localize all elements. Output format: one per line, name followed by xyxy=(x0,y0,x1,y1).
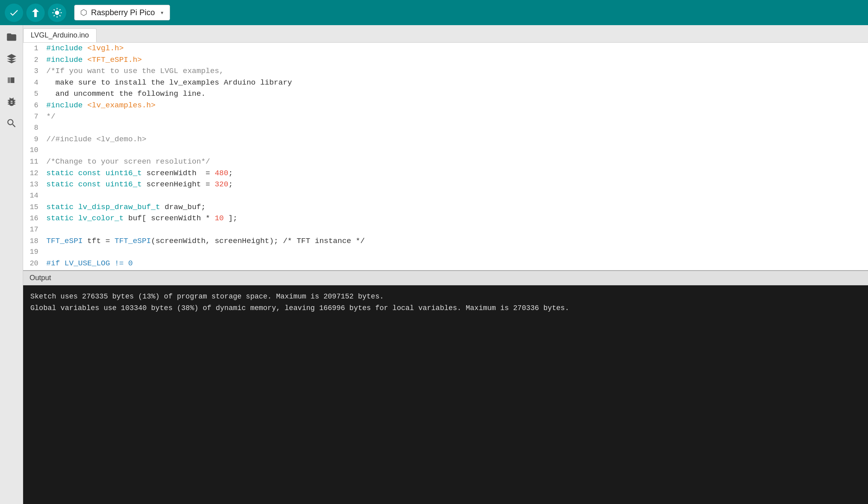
output-label: Output xyxy=(30,274,51,282)
line-number: 11 xyxy=(23,156,44,167)
code-line-19: 19 xyxy=(23,247,868,258)
code-line-3: 3/*If you want to use the LVGL examples, xyxy=(23,65,868,77)
line-content[interactable]: //#include <lv_demo.h> xyxy=(44,134,868,145)
output-line: Sketch uses 276335 bytes (13%) of progra… xyxy=(30,291,861,302)
code-line-6: 6#include <lv_examples.h> xyxy=(23,100,868,111)
code-line-1: 1#include <lvgl.h> xyxy=(23,43,868,54)
line-content[interactable]: /*Change to your screen resolution*/ xyxy=(44,156,868,168)
line-number: 8 xyxy=(23,123,44,133)
folder-icon[interactable] xyxy=(4,30,19,44)
code-line-20: 20#if LV_USE_LOG != 0 xyxy=(23,258,868,269)
output-console: Sketch uses 276335 bytes (13%) of progra… xyxy=(23,285,868,504)
line-number: 19 xyxy=(23,247,44,257)
debug-button[interactable] xyxy=(48,4,66,22)
code-line-2: 2#include <TFT_eSPI.h> xyxy=(23,54,868,66)
line-number: 15 xyxy=(23,202,44,213)
board-name: Raspberry Pi Pico xyxy=(91,8,155,17)
usb-icon: ⬡ xyxy=(80,8,87,18)
board-selector[interactable]: ⬡ Raspberry Pi Pico ▾ xyxy=(74,5,170,20)
library-icon[interactable] xyxy=(4,73,19,87)
search-icon[interactable] xyxy=(4,116,19,130)
line-content[interactable]: make sure to install the lv_examples Ard… xyxy=(44,77,868,89)
line-number: 18 xyxy=(23,236,44,247)
layers-icon[interactable] xyxy=(4,51,19,66)
code-line-11: 11/*Change to your screen resolution*/ xyxy=(23,156,868,168)
sidebar xyxy=(0,25,23,504)
debug-sidebar-icon[interactable] xyxy=(4,95,19,109)
line-content[interactable]: and uncomment the following line. xyxy=(44,88,868,100)
dropdown-arrow-icon: ▾ xyxy=(160,9,164,17)
line-content[interactable]: #include <TFT_eSPI.h> xyxy=(44,54,868,66)
toolbar: ⬡ Raspberry Pi Pico ▾ xyxy=(0,0,868,25)
line-number: 20 xyxy=(23,258,44,269)
code-editor[interactable]: 1#include <lvgl.h>2#include <TFT_eSPI.h>… xyxy=(23,43,868,270)
line-number: 14 xyxy=(23,190,44,201)
verify-button[interactable] xyxy=(5,4,23,22)
line-number: 2 xyxy=(23,55,44,65)
code-line-4: 4 make sure to install the lv_examples A… xyxy=(23,77,868,89)
tab-bar: LVGL_Arduino.ino xyxy=(23,25,868,43)
svg-point-0 xyxy=(55,10,59,15)
code-line-13: 13static const uint16_t screenHeight = 3… xyxy=(23,179,868,190)
code-line-16: 16static lv_color_t buf[ screenWidth * 1… xyxy=(23,213,868,224)
line-number: 5 xyxy=(23,89,44,99)
upload-button[interactable] xyxy=(26,4,45,22)
line-content[interactable]: static lv_color_t buf[ screenWidth * 10 … xyxy=(44,213,868,224)
code-line-5: 5 and uncomment the following line. xyxy=(23,88,868,100)
code-line-17: 17 xyxy=(23,224,868,235)
code-line-12: 12static const uint16_t screenWidth = 48… xyxy=(23,168,868,179)
line-number: 4 xyxy=(23,77,44,88)
line-number: 9 xyxy=(23,134,44,145)
output-header: Output xyxy=(23,270,868,285)
code-line-14: 14 xyxy=(23,190,868,202)
output-line: Global variables use 103340 bytes (38%) … xyxy=(30,302,861,314)
line-content[interactable]: TFT_eSPI tft = TFT_eSPI(screenWidth, scr… xyxy=(44,235,868,247)
line-number: 12 xyxy=(23,168,44,179)
line-number: 1 xyxy=(23,43,44,54)
line-content[interactable]: static const uint16_t screenHeight = 320… xyxy=(44,179,868,190)
line-content[interactable]: #if LV_USE_LOG != 0 xyxy=(44,258,868,269)
line-number: 17 xyxy=(23,224,44,235)
line-content[interactable]: #include <lv_examples.h> xyxy=(44,100,868,111)
line-content[interactable]: static lv_disp_draw_buf_t draw_buf; xyxy=(44,202,868,213)
code-line-7: 7*/ xyxy=(23,111,868,123)
code-line-18: 18TFT_eSPI tft = TFT_eSPI(screenWidth, s… xyxy=(23,235,868,247)
line-number: 10 xyxy=(23,145,44,156)
line-content[interactable]: */ xyxy=(44,111,868,123)
code-line-9: 9//#include <lv_demo.h> xyxy=(23,134,868,145)
line-content[interactable]: /*If you want to use the LVGL examples, xyxy=(44,65,868,77)
code-line-10: 10 xyxy=(23,145,868,156)
line-number: 16 xyxy=(23,213,44,224)
code-line-15: 15static lv_disp_draw_buf_t draw_buf; xyxy=(23,202,868,213)
line-number: 7 xyxy=(23,111,44,122)
code-line-8: 8 xyxy=(23,123,868,134)
line-number: 6 xyxy=(23,100,44,111)
line-content[interactable]: static const uint16_t screenWidth = 480; xyxy=(44,168,868,179)
line-number: 13 xyxy=(23,179,44,190)
line-content[interactable]: #include <lvgl.h> xyxy=(44,43,868,54)
tab-main-file[interactable]: LVGL_Arduino.ino xyxy=(23,28,97,42)
line-number: 3 xyxy=(23,66,44,77)
